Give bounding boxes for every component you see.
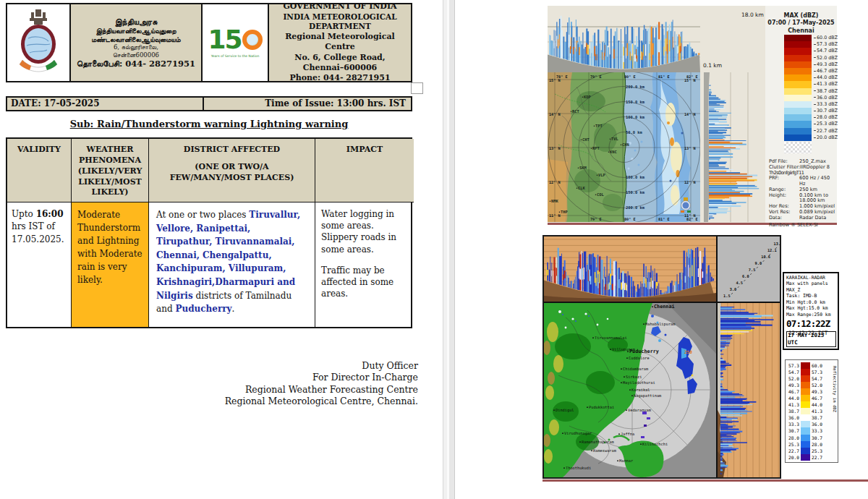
scan-time-utc: 07:12:22Z xyxy=(786,318,836,330)
logo-150-globe-icon xyxy=(242,30,263,50)
legend-swatch xyxy=(801,369,810,375)
info-line-6: Max Hgt:15.0 km xyxy=(786,305,836,311)
map-label: Dindigul xyxy=(556,408,574,413)
map-label: 11° N xyxy=(549,213,561,218)
tamil-line-1: இந்தியஅரசு xyxy=(115,17,158,27)
tamil-line-5: சென்னை600006 xyxy=(113,51,159,59)
map-label: SKM xyxy=(579,166,587,170)
metadata-row: Clutter Filter:IIRDoppler 8 xyxy=(769,165,836,171)
legend-row: 49.352.0 xyxy=(788,382,830,388)
signature-line-2: For Director In-Charge xyxy=(217,372,418,383)
karaikal-side-panel xyxy=(718,303,780,477)
scale-row: 22.7 dBZ xyxy=(784,128,838,135)
scale-swatch xyxy=(784,101,812,108)
map-label: Mannar xyxy=(619,459,633,463)
karaikal-dbz-legend: Reflectivity in dBZ 57.360.054.757.352.0… xyxy=(785,359,838,463)
map-label: RCT xyxy=(572,109,579,114)
map-label: Pudukkottai xyxy=(589,405,614,409)
legend-swatch xyxy=(801,375,810,382)
map-label: TVL xyxy=(611,137,618,141)
scale-row: 30.7 dBZ xyxy=(784,108,838,114)
map-label: 13° N xyxy=(684,146,696,150)
map-label: Cuddalore xyxy=(629,356,650,360)
legend-swatch xyxy=(801,454,810,461)
scale-value: 54.7 dBZ xyxy=(812,48,838,54)
date-issue-bar: DATE: 17-05-2025 Time of Issue: 13:00 hr… xyxy=(6,96,412,111)
signature-block: Duty Officer For Director In-Charge Regi… xyxy=(217,360,418,407)
scale-row: 44.0 dBZ xyxy=(784,74,838,81)
header-phenomena: WEATHER PHENOMENA (LIKELY/VERY LIKELY/MO… xyxy=(72,139,149,202)
tamil-line-3: மண்டலவானிலைஆய்வுமையம் xyxy=(92,35,181,44)
scale-swatch xyxy=(784,41,812,48)
warning-table: VALIDITY WEATHER PHENOMENA (LIKELY/VERY … xyxy=(6,137,412,328)
dbz-color-scale: 60.0 dBZ57.3 dBZ54.7 dBZ52.0 dBZ49.3 dBZ… xyxy=(784,35,838,141)
legend-station: Chennai xyxy=(765,27,837,35)
scale-value: 36.0 dBZ xyxy=(812,95,838,101)
scale-swatch xyxy=(784,55,812,61)
legend-row: 52.054.7 xyxy=(788,375,830,382)
map-label: Vedaranyam xyxy=(628,408,651,413)
scale-value: 38.7 dBZ xyxy=(812,88,838,95)
legend-row: 41.344.0 xyxy=(788,401,830,408)
gov-line-3: Regional Meteorological Centre xyxy=(269,32,411,53)
impact-paragraph-2: Traffic may be affected in some areas. xyxy=(321,265,408,300)
scale-row: 20.0 dBZ xyxy=(784,135,838,141)
map-label: Chidambaram xyxy=(623,367,648,371)
map-label: VLP xyxy=(598,173,605,177)
legend-title: MAX (dBZ) xyxy=(765,12,837,20)
metadata-row: PRF:600 Hz / 450 Hz xyxy=(769,176,836,187)
legend-row: 22.725.3 xyxy=(788,448,830,454)
chennai-radar-top-panel xyxy=(548,12,700,72)
legend-row: 30.733.3 xyxy=(788,427,830,434)
map-label: 80° E xyxy=(624,217,636,221)
karaikal-radar-map: ChennaiMahabalipuramTiruvannamalaiVillup… xyxy=(544,303,716,477)
tamil-address-cell: இந்தியஅரசு இந்தியவானிலைஆய்வுதுறை மண்டலவா… xyxy=(71,4,203,81)
scale-swatch xyxy=(784,61,812,68)
imd-logo-cell xyxy=(7,4,71,81)
small-box xyxy=(411,82,423,94)
map-label: Puducherry xyxy=(629,349,659,354)
logo-150-digits: 15 xyxy=(208,27,241,53)
scale-swatch xyxy=(784,81,812,88)
scale-swatch xyxy=(784,121,812,127)
map-label: 12° N xyxy=(549,180,561,184)
karaikal-info-box: KARAIKAL-RADAR Max with panels MAX_Z Tas… xyxy=(783,272,839,350)
date-label: DATE: 17-05-2025 xyxy=(7,98,204,110)
weather-bulletin-page: இந்தியஅரசு இந்தியவானிலைஆய்வுதுறை மண்டலவா… xyxy=(0,0,868,499)
legend-swatch xyxy=(801,414,810,421)
info-line-2: Max with panels xyxy=(786,281,836,286)
scale-swatch xyxy=(784,128,812,135)
legend-row: 46.749.3 xyxy=(788,388,830,395)
map-label: Sirkazi xyxy=(626,375,642,379)
legend-row: 28.030.7 xyxy=(788,435,830,441)
scale-swatch xyxy=(784,88,812,95)
map-label: 81° E xyxy=(658,74,670,79)
scale-swatch xyxy=(784,95,812,101)
map-label: 15° N xyxy=(684,78,696,82)
legend-swatch xyxy=(801,362,810,369)
legend-swatch xyxy=(801,427,810,434)
info-line-3: MAX_Z xyxy=(786,287,836,293)
map-label: Jaffna xyxy=(621,432,634,436)
map-label: Nagapattinam xyxy=(634,393,661,398)
map-label: Kilinochchi xyxy=(642,442,668,446)
scale-value: 49.3 dBZ xyxy=(812,61,838,68)
map-label: 14° N xyxy=(684,112,696,116)
page-divider xyxy=(443,0,459,499)
map-label: Rameswaram xyxy=(593,448,616,453)
scale-swatch xyxy=(784,108,812,114)
scale-value: 25.3 dBZ xyxy=(812,121,838,127)
scale-swatch xyxy=(784,68,812,74)
tamil-line-2: இந்தியவானிலைஆய்வுதுறை xyxy=(95,27,176,35)
map-label: 12° N xyxy=(684,180,696,184)
chennai-radar-legend: MAX (dBZ) 07:00 / 17-May-2025 Chennai 60… xyxy=(765,6,837,223)
map-label: 79° E xyxy=(590,217,602,221)
map-label: CHN xyxy=(622,142,629,147)
altitude-top-label: 18.0 km xyxy=(741,12,764,18)
map-label: 250 xyxy=(684,349,692,354)
map-label: NMK xyxy=(551,199,558,203)
chennai-radar-map: 78° E79° E79° E80° E80° E81° E81° E82° E… xyxy=(548,72,700,222)
scale-value: 46.7 dBZ xyxy=(812,68,838,74)
gov-line-5: Chennai–600006 xyxy=(303,63,377,73)
image-underline xyxy=(542,479,868,482)
